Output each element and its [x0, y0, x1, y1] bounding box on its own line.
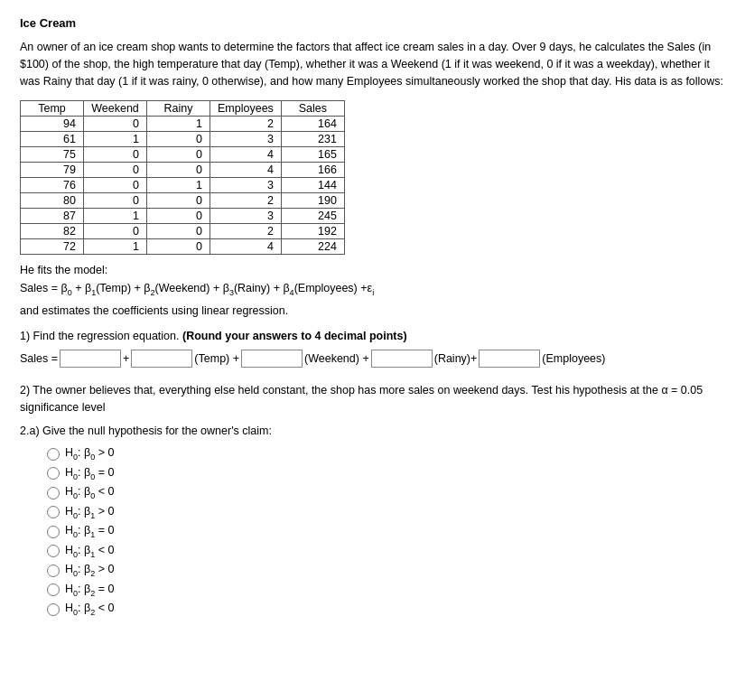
table-cell-7-4: 192 — [281, 224, 344, 239]
intercept-input[interactable] — [60, 350, 121, 368]
radio-option-8[interactable]: H0: β2 < 0 — [47, 602, 725, 617]
model-label: He fits the model: — [20, 264, 725, 276]
radio-option-0[interactable]: H0: β0 > 0 — [47, 446, 725, 462]
table-header-weekend: Weekend — [84, 101, 147, 117]
table-cell-4-3: 3 — [210, 178, 282, 193]
table-cell-8-4: 224 — [281, 239, 344, 255]
intro-text: An owner of an ice cream shop wants to d… — [20, 39, 725, 89]
sales-label: Sales = — [20, 352, 58, 365]
temp-coeff-input[interactable] — [131, 350, 192, 368]
radio-option-3[interactable]: H0: β1 > 0 — [47, 505, 725, 520]
table-cell-1-1: 1 — [84, 132, 147, 147]
table-cell-2-4: 165 — [281, 147, 344, 163]
table-cell-3-3: 4 — [210, 163, 282, 178]
radio-option-5[interactable]: H0: β1 < 0 — [47, 544, 725, 559]
table-cell-2-3: 4 — [210, 147, 282, 163]
radio-input-1[interactable] — [47, 467, 60, 480]
table-row: 94012164 — [21, 117, 345, 132]
table-cell-6-1: 1 — [84, 209, 147, 224]
table-header-employees: Employees — [210, 101, 282, 117]
radio-label-1: H0: β0 = 0 — [65, 466, 114, 481]
table-cell-8-1: 1 — [84, 239, 147, 255]
radio-label-7: H0: β2 = 0 — [65, 583, 114, 598]
model-equation: Sales = β0 + β1(Temp) + β2(Weekend) + β3… — [20, 282, 725, 297]
table-cell-7-0: 82 — [21, 224, 84, 239]
radio-input-7[interactable] — [47, 583, 60, 596]
null-hypothesis-options: H0: β0 > 0H0: β0 = 0H0: β0 < 0H0: β1 > 0… — [47, 446, 725, 617]
table-row: 72104224 — [21, 239, 345, 255]
table-cell-4-2: 1 — [147, 178, 210, 193]
page-title: Ice Cream — [20, 16, 725, 30]
table-cell-2-2: 0 — [147, 147, 210, 163]
table-cell-0-3: 2 — [210, 117, 282, 132]
employees-label: (Employees) — [542, 352, 605, 365]
table-cell-5-3: 2 — [210, 193, 282, 209]
q1-label: 1) Find the regression equation. (Round … — [20, 330, 725, 342]
table-cell-1-2: 0 — [147, 132, 210, 147]
q2-text: 2) The owner believes that, everything e… — [20, 382, 725, 416]
table-cell-6-2: 0 — [147, 209, 210, 224]
table-cell-8-2: 0 — [147, 239, 210, 255]
q2a-text: 2.a) Give the null hypothesis for the ow… — [20, 425, 725, 437]
rainy-coeff-input[interactable] — [371, 350, 433, 368]
table-cell-2-0: 75 — [21, 147, 84, 163]
table-cell-0-4: 164 — [281, 117, 344, 132]
table-cell-3-4: 166 — [281, 163, 344, 178]
radio-option-7[interactable]: H0: β2 = 0 — [47, 583, 725, 598]
table-row: 82002192 — [21, 224, 345, 239]
table-cell-1-3: 3 — [210, 132, 282, 147]
table-cell-0-2: 1 — [147, 117, 210, 132]
radio-label-0: H0: β0 > 0 — [65, 446, 114, 462]
table-cell-3-1: 0 — [84, 163, 147, 178]
table-cell-8-0: 72 — [21, 239, 84, 255]
temp-label: (Temp) + — [194, 352, 239, 365]
radio-input-4[interactable] — [47, 526, 60, 538]
table-cell-3-0: 79 — [21, 163, 84, 178]
radio-label-2: H0: β0 < 0 — [65, 485, 114, 500]
data-table: TempWeekendRainyEmployeesSales 940121646… — [20, 100, 345, 255]
radio-input-8[interactable] — [47, 603, 60, 616]
radio-input-2[interactable] — [47, 487, 60, 499]
radio-option-1[interactable]: H0: β0 = 0 — [47, 466, 725, 481]
table-cell-7-1: 0 — [84, 224, 147, 239]
radio-label-6: H0: β2 > 0 — [65, 563, 114, 578]
radio-input-0[interactable] — [47, 448, 60, 461]
table-cell-7-3: 2 — [210, 224, 282, 239]
table-row: 75004165 — [21, 147, 345, 163]
table-row: 61103231 — [21, 132, 345, 147]
table-cell-7-2: 0 — [147, 224, 210, 239]
radio-label-5: H0: β1 < 0 — [65, 544, 114, 559]
table-cell-5-1: 0 — [84, 193, 147, 209]
table-cell-4-0: 76 — [21, 178, 84, 193]
table-cell-0-1: 0 — [84, 117, 147, 132]
weekend-label: (Weekend) + — [304, 352, 369, 365]
table-cell-4-1: 0 — [84, 178, 147, 193]
radio-option-2[interactable]: H0: β0 < 0 — [47, 485, 725, 500]
radio-label-4: H0: β1 = 0 — [65, 524, 114, 539]
rainy-label: (Rainy)+ — [434, 352, 478, 365]
table-cell-2-1: 0 — [84, 147, 147, 163]
table-cell-8-3: 4 — [210, 239, 282, 255]
employees-coeff-input[interactable] — [479, 350, 540, 368]
radio-input-5[interactable] — [47, 545, 60, 557]
table-cell-6-3: 3 — [210, 209, 282, 224]
table-cell-6-0: 87 — [21, 209, 84, 224]
radio-input-6[interactable] — [47, 565, 60, 577]
table-cell-1-0: 61 — [21, 132, 84, 147]
weekend-coeff-input[interactable] — [241, 350, 303, 368]
table-cell-3-2: 0 — [147, 163, 210, 178]
table-header-rainy: Rainy — [147, 101, 210, 117]
table-header-temp: Temp — [21, 101, 84, 117]
table-row: 87103245 — [21, 209, 345, 224]
table-cell-0-0: 94 — [21, 117, 84, 132]
table-cell-5-0: 80 — [21, 193, 84, 209]
plus1-label: + — [123, 352, 129, 365]
table-cell-6-4: 245 — [281, 209, 344, 224]
radio-input-3[interactable] — [47, 506, 60, 518]
table-row: 79004166 — [21, 163, 345, 178]
radio-option-6[interactable]: H0: β2 > 0 — [47, 563, 725, 578]
radio-option-4[interactable]: H0: β1 = 0 — [47, 524, 725, 539]
and-estimates-text: and estimates the coefficients using lin… — [20, 304, 725, 317]
table-cell-5-2: 0 — [147, 193, 210, 209]
table-header-sales: Sales — [281, 101, 344, 117]
